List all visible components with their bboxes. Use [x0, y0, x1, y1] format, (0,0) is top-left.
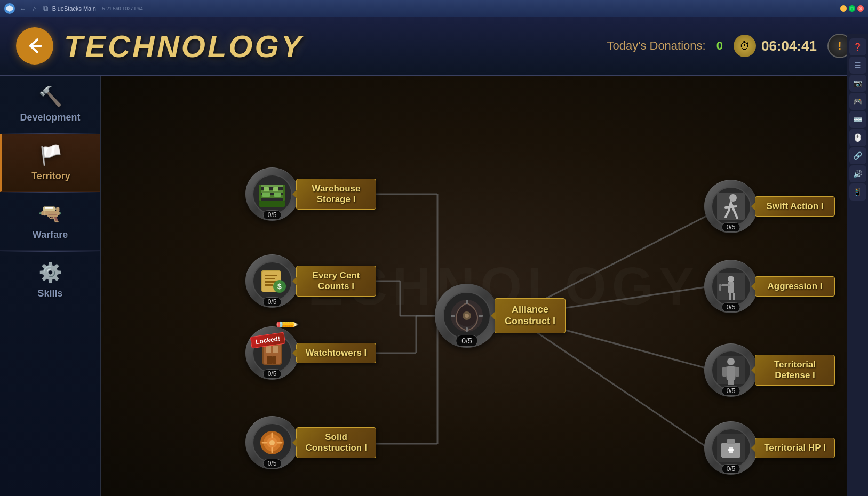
- warehouse-storage-label: WarehouseStorage I: [296, 179, 376, 210]
- main-content: 🔨 Development 🏳️ Territory 🔫 Warfare ⚙️ …: [0, 76, 868, 496]
- maximize-btn[interactable]: □: [849, 5, 855, 12]
- watchtowers-progress: 0/5: [263, 369, 282, 379]
- svg-rect-48: [466, 327, 468, 332]
- svg-rect-63: [735, 367, 739, 377]
- swift-action-icon: [715, 190, 747, 222]
- skills-icon: ⚙️: [38, 261, 62, 284]
- bs-screenshot-btn[interactable]: 📷: [849, 75, 866, 92]
- alliance-construct-label: AllianceConstruct I: [495, 298, 566, 333]
- territorial-hp-gear: 0/5: [704, 421, 758, 475]
- development-icon: 🔨: [38, 85, 62, 108]
- solid-construction-progress: 0/5: [263, 459, 282, 468]
- skills-label: Skills: [37, 288, 62, 299]
- svg-rect-16: [259, 190, 285, 193]
- warehouse-storage-gear: 0/5: [245, 167, 299, 221]
- solid-construction-label: SolidConstruction I: [296, 427, 376, 459]
- svg-rect-49: [451, 315, 455, 317]
- title-bar-left: ← ⌂ ⧉ BlueStacks Main 5.21.560.1027 P64: [4, 3, 143, 14]
- bs-link-btn[interactable]: 🔗: [849, 147, 866, 164]
- svg-rect-55: [728, 282, 734, 293]
- svg-text:$: $: [277, 282, 282, 291]
- bs-phone-btn[interactable]: 📱: [849, 183, 866, 201]
- territorial-hp-node[interactable]: 0/5 Territorial HP I: [704, 421, 835, 475]
- swift-action-node[interactable]: 0/5 Swift Action I: [704, 180, 835, 233]
- swift-action-text: Swift Action I: [763, 201, 827, 212]
- header-right: Today's Donations: 0 ⏱ 06:04:41 !: [607, 34, 852, 58]
- back-button[interactable]: [16, 27, 53, 65]
- timer-value: 06:04:41: [761, 38, 817, 54]
- right-sidebar: ❓ ☰ 📷 🎮 ⌨️ 🖱️ 🔗 🔊 📱: [847, 34, 868, 496]
- every-cent-text: Every CentCounts I: [304, 270, 368, 292]
- minimize-btn[interactable]: −: [840, 5, 847, 12]
- nav-pages-btn[interactable]: ⧉: [43, 4, 48, 13]
- every-cent-node[interactable]: $ 0/5 Every CentCounts I: [245, 254, 376, 308]
- territorial-defense-gear-inner: [711, 350, 751, 390]
- close-btn[interactable]: ✕: [857, 5, 864, 12]
- donations-label: Today's Donations:: [607, 39, 705, 53]
- territorial-hp-text: Territorial HP I: [763, 443, 827, 453]
- solid-construction-gear-inner: [252, 423, 292, 463]
- territorial-defense-progress: 0/5: [722, 386, 740, 396]
- svg-rect-35: [267, 356, 272, 364]
- page-title: TECHNOLOGY: [64, 28, 304, 64]
- territorial-defense-icon: [715, 354, 747, 386]
- sidebar-item-development[interactable]: 🔨 Development: [0, 76, 100, 133]
- solid-construction-gear: 0/5: [245, 416, 299, 469]
- title-bar-nav: ← ⌂ ⧉: [19, 4, 48, 13]
- svg-rect-22: [273, 187, 278, 191]
- svg-rect-47: [466, 300, 468, 304]
- svg-rect-17: [259, 185, 285, 187]
- window-controls: − □ ✕: [840, 5, 864, 12]
- app-container: TECHNOLOGY Today's Donations: 0 ⏱ 06:04:…: [0, 17, 868, 496]
- svg-rect-50: [479, 315, 483, 317]
- territory-label: Territory: [31, 171, 70, 182]
- bs-help-btn[interactable]: ❓: [849, 38, 866, 55]
- svg-rect-23: [262, 193, 270, 197]
- territorial-defense-label: TerritorialDefense I: [755, 355, 835, 386]
- timer-icon: ⏱: [734, 35, 756, 57]
- svg-rect-37: [266, 346, 271, 353]
- alliance-construct-node[interactable]: 0/5 AllianceConstruct I: [435, 284, 566, 348]
- watchtowers-node[interactable]: Locked! ✏️: [245, 326, 376, 380]
- sidebar-item-skills[interactable]: ⚙️ Skills: [0, 252, 100, 309]
- svg-rect-18: [259, 185, 261, 201]
- svg-marker-0: [6, 5, 13, 12]
- sidebar-item-warfare[interactable]: 🔫 Warfare: [0, 193, 100, 251]
- donations-value: 0: [716, 39, 723, 53]
- alliance-construct-progress: 0/5: [456, 335, 477, 347]
- svg-rect-24: [274, 193, 281, 197]
- swift-action-progress: 0/5: [722, 222, 740, 232]
- solid-construction-node[interactable]: 0/5 SolidConstruction I: [245, 416, 376, 469]
- aggression-gear: 0/5: [704, 260, 758, 313]
- aggression-icon: [715, 270, 747, 302]
- warehouse-storage-node[interactable]: 0/5 WarehouseStorage I: [245, 167, 376, 221]
- sidebar-item-territory[interactable]: 🏳️ Territory: [0, 134, 100, 192]
- solid-construction-text: SolidConstruction I: [304, 432, 368, 454]
- svg-point-52: [729, 194, 737, 202]
- svg-rect-65: [731, 380, 734, 385]
- warehouse-storage-text: WarehouseStorage I: [304, 183, 368, 205]
- warfare-label: Warfare: [33, 229, 68, 241]
- aggression-node[interactable]: 0/5 Aggression I: [704, 260, 835, 313]
- svg-rect-64: [728, 380, 731, 385]
- every-cent-gear: $ 0/5: [245, 254, 299, 308]
- bs-keyboard-btn[interactable]: ⌨️: [849, 111, 866, 128]
- bs-mouse-btn[interactable]: 🖱️: [849, 129, 866, 146]
- bs-sound-btn[interactable]: 🔊: [849, 165, 866, 182]
- svg-rect-58: [733, 293, 735, 300]
- svg-rect-20: [259, 201, 285, 207]
- nav-back-btn[interactable]: ←: [19, 5, 26, 13]
- nav-home-btn[interactable]: ⌂: [33, 5, 37, 13]
- svg-rect-62: [722, 367, 727, 377]
- territorial-defense-node[interactable]: 0/5 TerritorialDefense I: [704, 343, 835, 397]
- bs-menu-btn[interactable]: ☰: [849, 57, 866, 74]
- svg-point-42: [269, 440, 275, 445]
- timer-container: ⏱ 06:04:41: [734, 35, 817, 57]
- svg-rect-36: [272, 356, 276, 364]
- every-cent-gear-inner: $: [252, 261, 292, 301]
- bs-gamepad-btn[interactable]: 🎮: [849, 93, 866, 110]
- alliance-construct-gear-inner: [443, 292, 491, 340]
- watchtowers-gear: Locked! ✏️: [245, 326, 299, 380]
- svg-rect-30: [265, 284, 273, 286]
- svg-rect-28: [265, 278, 275, 279]
